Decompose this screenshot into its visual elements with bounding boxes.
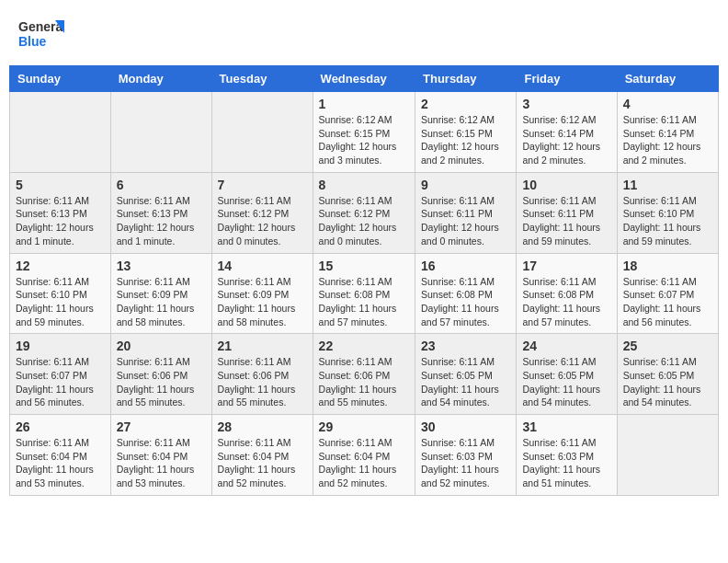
day-info: Sunrise: 6:11 AMSunset: 6:12 PMDaylight:… <box>218 194 307 248</box>
calendar-cell: 2Sunrise: 6:12 AMSunset: 6:15 PMDaylight… <box>415 92 517 173</box>
day-number: 6 <box>117 178 206 192</box>
day-info: Sunrise: 6:11 AMSunset: 6:12 PMDaylight:… <box>319 194 409 248</box>
day-info: Sunrise: 6:11 AMSunset: 6:10 PMDaylight:… <box>623 194 712 248</box>
day-number: 22 <box>319 339 409 353</box>
day-number: 11 <box>623 178 712 192</box>
calendar-cell: 9Sunrise: 6:11 AMSunset: 6:11 PMDaylight… <box>415 172 517 253</box>
day-number: 10 <box>522 178 610 192</box>
day-number: 17 <box>522 259 610 273</box>
day-number: 30 <box>421 419 510 434</box>
calendar-cell: 29Sunrise: 6:11 AMSunset: 6:04 PMDayligh… <box>313 415 415 496</box>
day-number: 19 <box>16 339 105 353</box>
day-number: 7 <box>218 178 307 192</box>
calendar-cell: 22Sunrise: 6:11 AMSunset: 6:06 PMDayligh… <box>313 334 415 415</box>
day-number: 14 <box>218 259 307 273</box>
calendar-cell: 4Sunrise: 6:11 AMSunset: 6:14 PMDaylight… <box>617 92 718 173</box>
day-number: 25 <box>623 339 712 353</box>
day-info: Sunrise: 6:11 AMSunset: 6:07 PMDaylight:… <box>623 275 712 329</box>
calendar-cell: 18Sunrise: 6:11 AMSunset: 6:07 PMDayligh… <box>617 253 718 334</box>
calendar-week-2: 5Sunrise: 6:11 AMSunset: 6:13 PMDaylight… <box>10 172 719 253</box>
day-info: Sunrise: 6:11 AMSunset: 6:04 PMDaylight:… <box>319 436 409 490</box>
calendar-cell <box>110 92 211 173</box>
calendar-cell: 13Sunrise: 6:11 AMSunset: 6:09 PMDayligh… <box>110 253 211 334</box>
calendar-cell: 23Sunrise: 6:11 AMSunset: 6:05 PMDayligh… <box>415 334 517 415</box>
day-info: Sunrise: 6:11 AMSunset: 6:14 PMDaylight:… <box>623 113 712 167</box>
day-number: 23 <box>421 339 510 353</box>
calendar-cell: 16Sunrise: 6:11 AMSunset: 6:08 PMDayligh… <box>415 253 517 334</box>
calendar-cell: 17Sunrise: 6:11 AMSunset: 6:08 PMDayligh… <box>517 253 617 334</box>
day-info: Sunrise: 6:11 AMSunset: 6:06 PMDaylight:… <box>319 355 409 409</box>
calendar-cell: 24Sunrise: 6:11 AMSunset: 6:05 PMDayligh… <box>517 334 617 415</box>
calendar-cell: 31Sunrise: 6:11 AMSunset: 6:03 PMDayligh… <box>517 415 617 496</box>
day-info: Sunrise: 6:11 AMSunset: 6:04 PMDaylight:… <box>16 436 105 490</box>
day-info: Sunrise: 6:12 AMSunset: 6:15 PMDaylight:… <box>319 113 409 167</box>
page-header: General Blue <box>9 9 719 62</box>
day-number: 24 <box>522 339 610 353</box>
day-info: Sunrise: 6:11 AMSunset: 6:08 PMDaylight:… <box>522 275 610 329</box>
weekday-header-sunday: Sunday <box>10 66 111 92</box>
weekday-header-wednesday: Wednesday <box>313 66 415 92</box>
day-number: 9 <box>421 178 510 192</box>
calendar-week-1: 1Sunrise: 6:12 AMSunset: 6:15 PMDaylight… <box>10 92 719 173</box>
day-info: Sunrise: 6:11 AMSunset: 6:05 PMDaylight:… <box>623 355 712 409</box>
day-number: 3 <box>522 97 610 111</box>
calendar-cell <box>10 92 111 173</box>
day-info: Sunrise: 6:11 AMSunset: 6:08 PMDaylight:… <box>421 275 510 329</box>
calendar-cell: 11Sunrise: 6:11 AMSunset: 6:10 PMDayligh… <box>617 172 718 253</box>
calendar-cell <box>211 92 313 173</box>
day-info: Sunrise: 6:11 AMSunset: 6:04 PMDaylight:… <box>117 436 206 490</box>
calendar-table: SundayMondayTuesdayWednesdayThursdayFrid… <box>9 65 719 496</box>
calendar-cell <box>617 415 718 496</box>
day-number: 2 <box>421 97 510 111</box>
day-info: Sunrise: 6:11 AMSunset: 6:06 PMDaylight:… <box>218 355 307 409</box>
weekday-header-saturday: Saturday <box>617 66 718 92</box>
day-info: Sunrise: 6:11 AMSunset: 6:04 PMDaylight:… <box>218 436 307 490</box>
day-info: Sunrise: 6:11 AMSunset: 6:03 PMDaylight:… <box>522 436 610 490</box>
logo: General Blue <box>18 17 64 58</box>
weekday-header-row: SundayMondayTuesdayWednesdayThursdayFrid… <box>10 66 719 92</box>
day-number: 21 <box>218 339 307 353</box>
weekday-header-thursday: Thursday <box>415 66 517 92</box>
day-info: Sunrise: 6:11 AMSunset: 6:09 PMDaylight:… <box>218 275 307 329</box>
day-number: 8 <box>319 178 409 192</box>
day-info: Sunrise: 6:11 AMSunset: 6:09 PMDaylight:… <box>117 275 206 329</box>
calendar-cell: 6Sunrise: 6:11 AMSunset: 6:13 PMDaylight… <box>110 172 211 253</box>
day-info: Sunrise: 6:11 AMSunset: 6:05 PMDaylight:… <box>522 355 610 409</box>
calendar-cell: 1Sunrise: 6:12 AMSunset: 6:15 PMDaylight… <box>313 92 415 173</box>
calendar-cell: 14Sunrise: 6:11 AMSunset: 6:09 PMDayligh… <box>211 253 313 334</box>
day-info: Sunrise: 6:12 AMSunset: 6:14 PMDaylight:… <box>522 113 610 167</box>
calendar-cell: 7Sunrise: 6:11 AMSunset: 6:12 PMDaylight… <box>211 172 313 253</box>
calendar-cell: 5Sunrise: 6:11 AMSunset: 6:13 PMDaylight… <box>10 172 111 253</box>
svg-text:Blue: Blue <box>18 34 47 49</box>
calendar-cell: 8Sunrise: 6:11 AMSunset: 6:12 PMDaylight… <box>313 172 415 253</box>
day-info: Sunrise: 6:11 AMSunset: 6:03 PMDaylight:… <box>421 436 510 490</box>
logo-svg: General Blue <box>18 17 64 58</box>
day-number: 20 <box>117 339 206 353</box>
calendar-cell: 3Sunrise: 6:12 AMSunset: 6:14 PMDaylight… <box>517 92 617 173</box>
calendar-cell: 26Sunrise: 6:11 AMSunset: 6:04 PMDayligh… <box>10 415 111 496</box>
calendar-week-3: 12Sunrise: 6:11 AMSunset: 6:10 PMDayligh… <box>10 253 719 334</box>
day-info: Sunrise: 6:11 AMSunset: 6:06 PMDaylight:… <box>117 355 206 409</box>
weekday-header-friday: Friday <box>517 66 617 92</box>
calendar-cell: 21Sunrise: 6:11 AMSunset: 6:06 PMDayligh… <box>211 334 313 415</box>
calendar-cell: 25Sunrise: 6:11 AMSunset: 6:05 PMDayligh… <box>617 334 718 415</box>
day-number: 26 <box>16 419 105 434</box>
weekday-header-tuesday: Tuesday <box>211 66 313 92</box>
day-number: 28 <box>218 419 307 434</box>
day-number: 4 <box>623 97 712 111</box>
calendar-cell: 30Sunrise: 6:11 AMSunset: 6:03 PMDayligh… <box>415 415 517 496</box>
calendar-cell: 20Sunrise: 6:11 AMSunset: 6:06 PMDayligh… <box>110 334 211 415</box>
day-info: Sunrise: 6:11 AMSunset: 6:11 PMDaylight:… <box>421 194 510 248</box>
day-number: 15 <box>319 259 409 273</box>
day-number: 13 <box>117 259 206 273</box>
day-number: 27 <box>117 419 206 434</box>
day-info: Sunrise: 6:12 AMSunset: 6:15 PMDaylight:… <box>421 113 510 167</box>
day-info: Sunrise: 6:11 AMSunset: 6:08 PMDaylight:… <box>319 275 409 329</box>
day-info: Sunrise: 6:11 AMSunset: 6:10 PMDaylight:… <box>16 275 105 329</box>
day-info: Sunrise: 6:11 AMSunset: 6:11 PMDaylight:… <box>522 194 610 248</box>
day-number: 5 <box>16 178 105 192</box>
day-number: 1 <box>319 97 409 111</box>
day-number: 29 <box>319 419 409 434</box>
calendar-cell: 19Sunrise: 6:11 AMSunset: 6:07 PMDayligh… <box>10 334 111 415</box>
calendar-cell: 28Sunrise: 6:11 AMSunset: 6:04 PMDayligh… <box>211 415 313 496</box>
